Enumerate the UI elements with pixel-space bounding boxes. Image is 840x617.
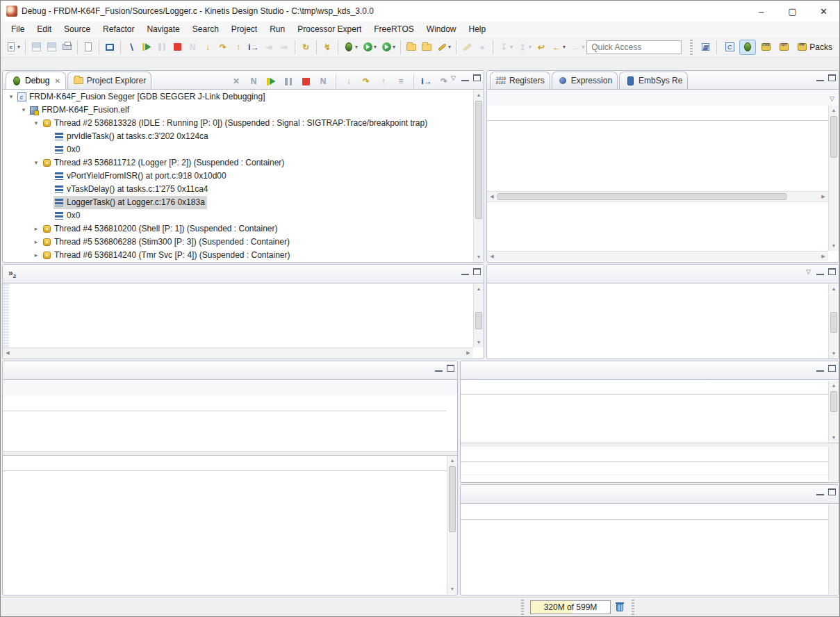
task-scrollbar[interactable] xyxy=(828,504,839,594)
instruction-stepping-button[interactable]: i→ xyxy=(419,74,434,89)
editor-tab-overflow[interactable]: »2 xyxy=(8,268,16,279)
debug-tree-row[interactable]: ▸Thread #5 536806288 (Stim300 [P: 3]) (S… xyxy=(3,236,472,249)
menu-refactor[interactable]: Refactor xyxy=(97,23,140,35)
save-button[interactable] xyxy=(28,40,44,55)
maximize-view-button[interactable] xyxy=(473,74,481,81)
variables-detail-pane[interactable] xyxy=(487,201,828,251)
disconnect-button[interactable]: N xyxy=(315,74,331,89)
heap-details-scrollbar[interactable]: ▲▼ xyxy=(447,456,457,594)
quick-access-input[interactable]: Quick Access xyxy=(586,40,682,54)
queue-data-scrollbar[interactable] xyxy=(828,447,839,482)
drop-to-frame-button[interactable]: ↷ xyxy=(436,74,452,89)
remove-all-terminated-button[interactable]: ✕ xyxy=(229,74,244,89)
build-button[interactable]: ● xyxy=(475,40,490,55)
step-into-button[interactable]: ↓ xyxy=(341,74,356,89)
pe-refresh-button[interactable]: ↻ xyxy=(298,40,313,55)
step-return-button[interactable]: ↑ xyxy=(376,74,391,89)
debug-tree-row[interactable]: 0x0 xyxy=(3,209,472,222)
variables-hscroll[interactable]: ◀▶ xyxy=(487,191,828,201)
move-to-line-button[interactable]: ⇥ xyxy=(261,40,277,55)
terminate-button[interactable] xyxy=(298,74,313,89)
connect-process-button[interactable]: N xyxy=(246,74,261,89)
debug-tree-row[interactable]: ▾Thread #2 536813328 (IDLE : Running [P:… xyxy=(3,117,472,130)
debug-tree-row[interactable]: prvIdleTask() at tasks.c:3'202 0x124ca xyxy=(3,130,472,143)
debug-tree-row[interactable]: ▸Thread #4 536810200 (Shell [P: 1]) (Sus… xyxy=(3,222,472,236)
debug-view-tab-debug[interactable]: Debug✕ xyxy=(6,72,66,89)
suspend-button[interactable] xyxy=(154,40,170,55)
debug-tree-row[interactable]: ▾FRDM-K64F_Fusion.elf xyxy=(3,104,472,117)
variables-tab-embsys-re[interactable]: EmbSys Re xyxy=(619,72,688,89)
minimize-view-button[interactable] xyxy=(816,74,824,81)
debug-perspective-button[interactable] xyxy=(739,40,756,55)
variables-tab-registers[interactable]: 10100101Registers xyxy=(490,72,550,89)
open-console-button[interactable] xyxy=(102,40,117,55)
tree-expander-icon[interactable]: ▸ xyxy=(31,249,41,261)
minimize-view-button[interactable] xyxy=(461,74,469,81)
debug-view-tab-project-explorer[interactable]: Project Explorer xyxy=(67,72,151,89)
debug-tree-row[interactable]: 0x0 xyxy=(3,143,472,156)
minimize-view-button[interactable] xyxy=(816,365,824,372)
maximize-view-button[interactable] xyxy=(828,268,836,275)
close-tab-icon[interactable]: ✕ xyxy=(54,77,60,85)
new-binary-file-button[interactable] xyxy=(81,40,96,55)
tree-expander-icon[interactable]: ▾ xyxy=(31,156,41,170)
step-into-button[interactable]: ↓ xyxy=(200,40,215,55)
resume-button[interactable] xyxy=(263,74,279,89)
back-button[interactable]: ←▾ xyxy=(549,40,568,55)
menu-project[interactable]: Project xyxy=(225,23,263,35)
variables-scrollbar[interactable]: ▲▼ xyxy=(828,106,839,251)
menu-freertos[interactable]: FreeRTOS xyxy=(368,23,420,35)
resume-without-signal-button[interactable]: ⇒ xyxy=(277,40,292,55)
show-full-paths-button[interactable]: ≡ xyxy=(393,74,409,89)
next-annotation-button[interactable]: ↧▾ xyxy=(496,40,515,55)
debug-scrollbar[interactable]: ▲▼ xyxy=(473,90,484,262)
tree-expander-icon[interactable]: ▾ xyxy=(19,104,28,117)
menu-navigate[interactable]: Navigate xyxy=(140,23,186,35)
forward-button[interactable]: →▾ xyxy=(568,40,586,55)
tree-expander-icon[interactable]: ▾ xyxy=(6,90,16,104)
maximize-view-button[interactable] xyxy=(828,74,836,81)
queue-scrollbar[interactable]: ▲▼ xyxy=(828,381,839,443)
step-over-button[interactable]: ↷ xyxy=(215,40,231,55)
suspend-button[interactable] xyxy=(281,74,296,89)
toolbar-grip[interactable] xyxy=(690,40,693,55)
debug-tree-row[interactable]: vPortYieldFromISR() at port.c:918 0x10d0… xyxy=(3,170,472,183)
minimize-view-button[interactable] xyxy=(816,268,824,275)
open-perspective-button[interactable]: ▦ xyxy=(697,40,714,55)
format-button[interactable] xyxy=(459,40,475,55)
menu-file[interactable]: File xyxy=(5,23,31,35)
variables-tab-expression[interactable]: Expression xyxy=(552,72,618,89)
external-tools-button[interactable]: ▾ xyxy=(379,40,397,55)
instruction-stepping-button[interactable]: i→ xyxy=(246,40,261,55)
git-perspective-button[interactable]: GIT xyxy=(775,40,792,55)
last-edit-location-button[interactable]: ↩ xyxy=(534,40,549,55)
view-menu-icon[interactable]: ▽ xyxy=(451,74,456,81)
maximize-view-button[interactable] xyxy=(473,268,481,275)
terminate-button[interactable] xyxy=(170,40,185,55)
code-editor[interactable] xyxy=(9,284,472,347)
editor-scrollbar[interactable]: ▲▼ xyxy=(473,284,484,347)
debug-tree-row[interactable]: LoggerTask() at Logger.c:176 0x183a xyxy=(3,196,472,209)
menu-edit[interactable]: Edit xyxy=(31,23,58,35)
menu-processor-expert[interactable]: Processor Expert xyxy=(291,23,368,35)
view-menu-icon[interactable]: ▽ xyxy=(830,95,834,102)
maximize-view-button[interactable] xyxy=(828,488,836,495)
debug-tree-row[interactable]: ▸Thread #6 536814240 (Tmr Svc [P: 4]) (S… xyxy=(3,249,472,261)
outline-scrollbar[interactable]: ▲▼ xyxy=(828,284,839,359)
maximize-view-button[interactable] xyxy=(828,365,836,372)
step-over-button[interactable]: ↷ xyxy=(359,74,374,89)
new-button[interactable]: c▾ xyxy=(3,40,22,55)
minimize-button[interactable]: – xyxy=(746,1,777,22)
debug-button[interactable]: ▾ xyxy=(341,40,360,55)
save-all-button[interactable] xyxy=(44,40,59,55)
debug-tree-row[interactable]: ▾Thread #3 536811712 (Logger [P: 2]) (Su… xyxy=(3,156,472,170)
toggle-mark-occurrences-button[interactable]: ▾ xyxy=(434,40,453,55)
run-garbage-collector-button[interactable] xyxy=(614,602,625,613)
menu-search[interactable]: Search xyxy=(186,23,225,35)
flash-programmer-button[interactable]: ↯ xyxy=(320,40,335,55)
run-button[interactable]: ▾ xyxy=(360,40,379,55)
print-button[interactable] xyxy=(59,40,74,55)
debug-tree-row[interactable]: ▾cFRDM-K64F_Fusion Segger [GDB SEGGER J-… xyxy=(3,90,472,104)
previous-annotation-button[interactable]: ↥▾ xyxy=(515,40,534,55)
skip-all-breakpoints-button[interactable]: ∖ xyxy=(124,40,139,55)
